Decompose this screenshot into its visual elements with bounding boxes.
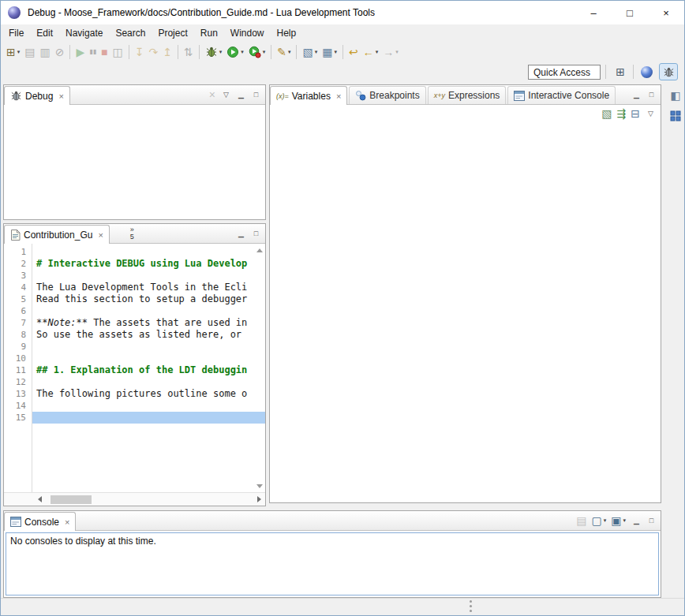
open-table-wizard-icon: ▦ [322, 47, 332, 58]
menu-run[interactable]: Run [194, 25, 224, 41]
minimized-view-button[interactable] [669, 108, 682, 124]
code-line[interactable]: **Note:** The assets that are used in [32, 317, 265, 329]
scroll-right-icon[interactable] [253, 493, 265, 506]
highlighter-pen-button[interactable]: ✎▾ [275, 43, 293, 61]
show-logical-structures-button[interactable]: ⇶ [615, 105, 629, 122]
show-type-names-button[interactable]: ▧ [599, 105, 614, 122]
last-edit-location-button[interactable]: ↩ [346, 43, 361, 61]
new-button[interactable]: ⊞▾ [4, 43, 22, 61]
minimize-button[interactable]: ▁ [630, 88, 643, 102]
window-close-button[interactable]: × [648, 1, 684, 24]
maximize-button[interactable]: □ [645, 514, 658, 528]
external-tools-button[interactable]: ▾ [246, 43, 268, 61]
chevron-down-icon[interactable]: ▾ [604, 517, 607, 524]
window-maximize-button[interactable]: □ [612, 1, 648, 24]
collapse-all-icon: ⊟ [631, 108, 640, 119]
code-line[interactable]: Read this section to setup a debugger [32, 293, 265, 305]
scroll-left-icon[interactable] [33, 493, 46, 506]
code-line[interactable] [32, 341, 265, 353]
collapse-all-button[interactable]: ⊟ [628, 105, 642, 122]
code-line-current[interactable] [32, 412, 265, 424]
code-line[interactable]: The following pictures outline some o [32, 388, 265, 400]
line-number-gutter[interactable]: 123456789101112131415 [4, 244, 32, 492]
horizontal-scrollbar[interactable] [4, 492, 265, 506]
code-line[interactable]: ## 1. Explanation of the LDT debuggin [32, 364, 265, 376]
chevron-down-icon[interactable]: ▾ [241, 49, 244, 55]
code-line[interactable]: So use the assets as listed here, or [32, 329, 265, 341]
menu-search[interactable]: Search [109, 25, 152, 41]
menu-edit[interactable]: Edit [30, 25, 59, 41]
menu-help[interactable]: Help [271, 25, 303, 41]
chevron-down-icon[interactable]: ▾ [315, 49, 318, 55]
tab-variables[interactable]: (x)= Variables × [270, 86, 347, 105]
breakpoints-icon [355, 90, 366, 101]
maximize-button[interactable]: □ [645, 88, 658, 102]
close-icon[interactable]: × [58, 91, 63, 101]
code-line[interactable]: # Interactive DEBUG using Lua Develop [32, 258, 265, 270]
display-selected-console-button[interactable]: ▢▾ [590, 512, 609, 529]
back-button[interactable]: ←▾ [361, 43, 381, 61]
tab-interactive-console[interactable]: Interactive Console [507, 86, 616, 104]
quick-access-input[interactable]: Quick Access [528, 65, 601, 80]
editor-text-area[interactable]: # Interactive DEBUG using Lua DevelopThe… [32, 244, 265, 492]
view-menu-button[interactable]: ▽ [644, 107, 657, 121]
restore-view-button[interactable]: ◧ [669, 88, 681, 103]
chevron-down-icon[interactable]: ▾ [334, 49, 337, 55]
chevron-down-icon[interactable]: ▾ [219, 49, 223, 55]
interactive-console-glyph [514, 91, 525, 101]
menu-project[interactable]: Project [152, 25, 193, 41]
run-button[interactable]: ▾ [224, 43, 246, 61]
scrollbar-thumb[interactable] [51, 495, 92, 504]
sash-grip[interactable] [470, 600, 472, 603]
code-line[interactable] [32, 400, 265, 412]
console-view-header: Console × ▤▢▾▣▾ ▁ □ [4, 511, 661, 531]
open-perspective-button[interactable]: ⊞ [611, 63, 630, 80]
debug-perspective-button[interactable] [659, 63, 678, 80]
tab-contribution-guide[interactable]: Contribution_Gu × [4, 225, 110, 244]
code-line[interactable] [32, 246, 265, 258]
minimize-button[interactable]: ▁ [234, 88, 248, 102]
close-icon[interactable]: × [336, 91, 341, 101]
markdown-text: So use the assets as listed here, or [36, 329, 247, 340]
close-icon[interactable]: × [98, 230, 103, 240]
new-wizard-window-button[interactable]: ▧▾ [300, 43, 320, 61]
close-icon[interactable]: × [65, 517, 69, 527]
console-view: Console × ▤▢▾▣▾ ▁ □ No consoles to displ… [3, 510, 661, 598]
tab-breakpoints[interactable]: Breakpoints [349, 86, 425, 104]
open-table-wizard-button[interactable]: ▦▾ [320, 43, 339, 61]
tab-expressions[interactable]: x+y Expressions [428, 86, 507, 104]
window-minimize-button[interactable]: – [575, 1, 612, 24]
scrollbar-track[interactable] [46, 493, 253, 506]
toolbar-separator [129, 45, 129, 59]
open-console-button[interactable]: ▣▾ [608, 512, 628, 529]
minimize-button[interactable]: ▁ [630, 514, 643, 528]
debug-view-content [4, 105, 265, 219]
markdown-text: Read this section to setup a debugger [36, 293, 247, 304]
lua-perspective-button[interactable] [637, 63, 656, 80]
minimize-button[interactable]: ▁ [234, 227, 248, 241]
tab-overflow-indicator[interactable]: » 5 [130, 226, 134, 241]
code-line[interactable] [32, 376, 265, 388]
scroll-up-icon[interactable] [256, 248, 263, 252]
chevron-down-icon[interactable]: ▾ [376, 49, 379, 55]
chevron-down-icon[interactable]: ▾ [395, 49, 399, 55]
debug-button[interactable]: ▾ [203, 43, 225, 61]
chevron-down-icon[interactable]: ▾ [623, 517, 626, 524]
code-line[interactable] [32, 305, 265, 317]
chevron-down-icon[interactable]: ▾ [288, 49, 291, 55]
code-line[interactable] [32, 353, 265, 364]
code-line[interactable] [32, 270, 265, 282]
maximize-button[interactable]: □ [249, 88, 263, 102]
line-number: 5 [4, 293, 32, 305]
tab-debug[interactable]: Debug × [4, 86, 70, 105]
menu-navigate[interactable]: Navigate [59, 25, 109, 41]
chevron-down-icon[interactable]: ▾ [17, 49, 21, 55]
tab-console[interactable]: Console × [4, 512, 76, 531]
chevron-down-icon[interactable]: ▾ [263, 49, 266, 55]
menu-file[interactable]: File [2, 25, 30, 41]
maximize-button[interactable]: □ [249, 227, 263, 241]
menu-window[interactable]: Window [224, 25, 271, 41]
view-menu-button[interactable]: ▽ [219, 88, 233, 102]
code-line[interactable]: The Lua Development Tools in the Ecli [32, 282, 265, 293]
scroll-down-icon[interactable] [256, 484, 263, 488]
